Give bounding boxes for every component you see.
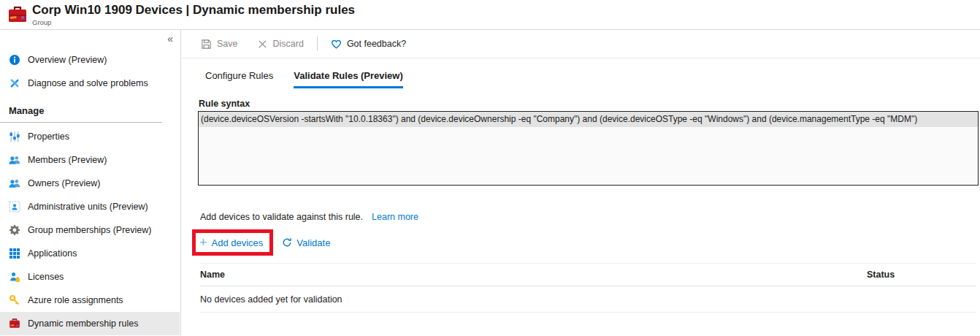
sidebar-item-label: Azure role assignments: [28, 295, 123, 305]
plus-icon: +: [199, 237, 207, 248]
save-button[interactable]: Save: [201, 39, 238, 50]
sidebar-item-label: Diagnose and solve problems: [28, 78, 148, 88]
sidebar-section-manage: Manage: [9, 105, 44, 116]
got-feedback-button[interactable]: Got feedback?: [331, 39, 406, 50]
main-content: Save Discard Got feedback? Configure Rul…: [182, 30, 980, 336]
sidebar-item-administrative-units[interactable]: Administrative units (Preview): [0, 195, 180, 218]
sidebar-item-azure-role-assignments[interactable]: Azure role assignments: [0, 289, 180, 312]
discard-button[interactable]: Discard: [257, 39, 304, 50]
sidebar-collapse-icon[interactable]: «: [167, 33, 173, 45]
info-icon: [9, 54, 20, 66]
validation-actions: + Add devices Validate: [192, 229, 980, 256]
validation-instruction: Add devices to validate against this rul…: [200, 212, 980, 224]
column-header-status[interactable]: Status: [867, 270, 976, 280]
heart-icon: [331, 39, 342, 50]
sidebar-item-label: Members (Preview): [28, 155, 107, 165]
annotation-highlight-box: + Add devices: [192, 229, 273, 256]
sidebar-item-label: Applications: [28, 248, 77, 259]
page-subtitle: Group: [32, 18, 355, 26]
sidebar-item-diagnose[interactable]: Diagnose and solve problems: [0, 72, 180, 95]
sidebar-divider: [0, 122, 162, 123]
validate-button[interactable]: Validate: [282, 237, 330, 248]
rule-syntax-value: (device.deviceOSVersion -startsWith "10.…: [199, 112, 978, 127]
rule-syntax-textarea[interactable]: (device.deviceOSVersion -startsWith "10.…: [198, 111, 979, 186]
sidebar-item-group-memberships[interactable]: Group memberships (Preview): [0, 218, 180, 242]
page-title: Corp Win10 1909 Devices | Dynamic member…: [32, 2, 355, 18]
group-briefcase-icon: [7, 5, 28, 24]
column-header-name[interactable]: Name: [200, 270, 867, 280]
table-header-row: Name Status: [200, 263, 976, 286]
empty-state-message: No devices added yet for validation: [200, 294, 342, 305]
people-icon: [9, 177, 20, 189]
admin-units-icon: [9, 201, 20, 213]
sidebar-item-overview[interactable]: Overview (Preview): [0, 48, 180, 72]
page-header: Corp Win10 1909 Devices | Dynamic member…: [0, 0, 980, 30]
tab-bar: Configure Rules Validate Rules (Preview): [205, 70, 980, 88]
close-icon: [257, 39, 268, 50]
people-icon: [9, 154, 20, 166]
license-icon: [9, 271, 20, 283]
sidebar-item-label: Owners (Preview): [28, 178, 100, 188]
tab-validate-rules[interactable]: Validate Rules (Preview): [294, 70, 403, 88]
tab-configure-rules[interactable]: Configure Rules: [205, 70, 273, 88]
refresh-icon: [282, 237, 292, 248]
sidebar: « Overview (Preview) Diagnose and solve …: [0, 30, 181, 336]
sidebar-item-label: Administrative units (Preview): [28, 202, 148, 212]
save-icon: [201, 39, 212, 50]
learn-more-link[interactable]: Learn more: [372, 212, 418, 222]
rule-syntax-label: Rule syntax: [199, 99, 980, 110]
briefcase-icon: [9, 318, 20, 329]
sidebar-item-label: Overview (Preview): [28, 55, 107, 65]
sidebar-item-label: Properties: [28, 131, 69, 142]
key-icon: [9, 294, 20, 306]
gear-icon: [9, 224, 20, 236]
table-empty-row: No devices added yet for validation: [200, 286, 976, 313]
toolbar-separator: [317, 37, 318, 51]
sidebar-item-label: Dynamic membership rules: [28, 318, 138, 329]
sidebar-item-dynamic-membership-rules[interactable]: Dynamic membership rules: [0, 312, 180, 335]
sidebar-item-licenses[interactable]: Licenses: [0, 265, 180, 289]
validation-table: Name Status No devices added yet for val…: [200, 263, 976, 313]
sidebar-item-properties[interactable]: Properties: [0, 125, 180, 148]
command-bar: Save Discard Got feedback?: [182, 30, 980, 58]
grid-icon: [9, 248, 20, 259]
sidebar-item-label: Licenses: [28, 272, 64, 282]
sliders-icon: [9, 131, 20, 142]
sidebar-item-label: Group memberships (Preview): [28, 225, 152, 235]
sidebar-item-owners[interactable]: Owners (Preview): [0, 172, 180, 195]
sidebar-item-members[interactable]: Members (Preview): [0, 148, 180, 172]
tools-icon: [9, 77, 20, 89]
add-devices-button[interactable]: + Add devices: [199, 237, 263, 248]
sidebar-item-applications[interactable]: Applications: [0, 242, 180, 265]
